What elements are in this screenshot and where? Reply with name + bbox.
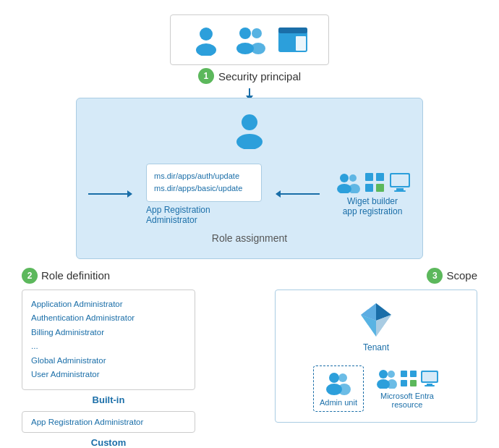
svg-point-2 <box>239 28 251 39</box>
scope-bottom-row: Admin unit <box>313 365 439 412</box>
svg-rect-17 <box>365 184 373 192</box>
custom-role-box: App Registration Administrator <box>22 411 195 433</box>
scope-title: 3 Scope <box>275 268 477 284</box>
svg-point-9 <box>242 114 257 130</box>
role-assignment-inner: ms.dir/apps/auth/update ms.dir/apps/basi… <box>88 164 411 225</box>
svg-rect-42 <box>427 384 432 385</box>
role-def-title: 2 Role definition <box>22 268 195 284</box>
left-connector <box>88 193 132 195</box>
admin-unit-icon <box>324 371 353 395</box>
role-global-admin: Global Administrator <box>31 354 186 368</box>
role-person-icon <box>230 110 269 152</box>
svg-point-30 <box>338 373 347 382</box>
role-assignment-label: Role assignment <box>212 232 287 244</box>
entra-monitor-icon <box>420 370 439 387</box>
svg-rect-7 <box>278 28 307 33</box>
entra-people-icon <box>375 368 397 389</box>
tenant-icon <box>357 300 396 342</box>
admin-unit-item: Admin unit <box>313 365 364 412</box>
role-def-inner-box: ms.dir/apps/auth/update ms.dir/apps/basi… <box>146 164 262 202</box>
step-1-num: 1 <box>198 68 214 84</box>
svg-rect-15 <box>365 173 373 181</box>
svg-rect-20 <box>391 174 409 186</box>
arrow-down-connector <box>249 88 250 96</box>
svg-rect-36 <box>401 371 407 377</box>
builtin-roles-box: Application Administrator Authentication… <box>22 289 195 390</box>
widget-monitor-icon <box>389 172 411 193</box>
widget-people-icon <box>334 172 360 193</box>
admin-unit-label: Admin unit <box>320 398 357 407</box>
app-reg-admin-label: App Registration Administrator <box>146 205 262 225</box>
svg-point-4 <box>252 28 262 38</box>
svg-point-5 <box>251 43 265 54</box>
role-auth-admin: Authentication Administrator <box>31 311 186 326</box>
builtin-label: Built-in <box>22 394 195 405</box>
custom-role-text: App Registration Administrator <box>31 418 186 426</box>
scope-panel: 3 Scope Tenant <box>275 268 477 448</box>
ms-entra-item: Microsoft Entra resource <box>375 368 439 409</box>
right-connector <box>276 193 320 195</box>
svg-rect-22 <box>394 190 406 192</box>
bottom-row: 2 Role definition Application Administra… <box>0 268 499 448</box>
svg-rect-43 <box>425 385 435 386</box>
svg-point-0 <box>200 28 213 41</box>
step-3-num: 3 <box>427 268 443 284</box>
svg-rect-8 <box>296 36 306 51</box>
security-principal-label: 1 Security principal <box>198 68 301 84</box>
app-icon <box>277 26 309 54</box>
role-billing-admin: Billing Administrator <box>31 326 186 340</box>
svg-rect-38 <box>401 380 407 386</box>
svg-rect-39 <box>410 380 417 386</box>
role-def-panel: 2 Role definition Application Administra… <box>22 268 195 448</box>
person-icon <box>190 24 222 56</box>
widget-grid-icon <box>364 172 385 193</box>
security-principal-box <box>170 14 329 65</box>
widget-builder: Wiget builder app registration <box>334 172 411 216</box>
svg-point-31 <box>338 384 351 395</box>
svg-rect-18 <box>376 184 384 192</box>
diagram-container: 1 Security principal ms.dir/apps/ <box>0 0 499 448</box>
svg-point-10 <box>236 134 263 149</box>
role-ellipsis: ... <box>31 339 186 354</box>
svg-point-28 <box>329 373 339 383</box>
arrow-right <box>127 190 132 198</box>
widget-builder-label: Wiget builder app registration <box>343 196 403 216</box>
svg-point-35 <box>387 379 397 389</box>
step-2-num: 2 <box>22 268 38 284</box>
custom-label: Custom <box>22 437 195 448</box>
role-app-admin: Application Administrator <box>31 297 186 312</box>
svg-rect-41 <box>422 372 437 381</box>
svg-rect-37 <box>410 371 417 377</box>
role-user-admin: User Administrator <box>31 368 186 382</box>
svg-point-11 <box>340 174 349 182</box>
svg-rect-16 <box>376 173 384 181</box>
role-assignment-box: ms.dir/apps/auth/update ms.dir/apps/basi… <box>76 98 423 259</box>
arrow-left <box>276 190 281 198</box>
ms-entra-label: Microsoft Entra resource <box>380 392 434 409</box>
svg-point-1 <box>196 43 216 56</box>
group-icon <box>231 24 268 56</box>
svg-point-13 <box>349 174 357 182</box>
svg-point-14 <box>349 184 360 193</box>
scope-box: Tenant Admin unit <box>275 289 477 423</box>
entra-grid-icon <box>400 370 417 387</box>
tenant-label: Tenant <box>363 342 389 352</box>
svg-point-32 <box>379 370 388 379</box>
svg-point-34 <box>388 371 395 378</box>
svg-rect-21 <box>396 188 404 190</box>
